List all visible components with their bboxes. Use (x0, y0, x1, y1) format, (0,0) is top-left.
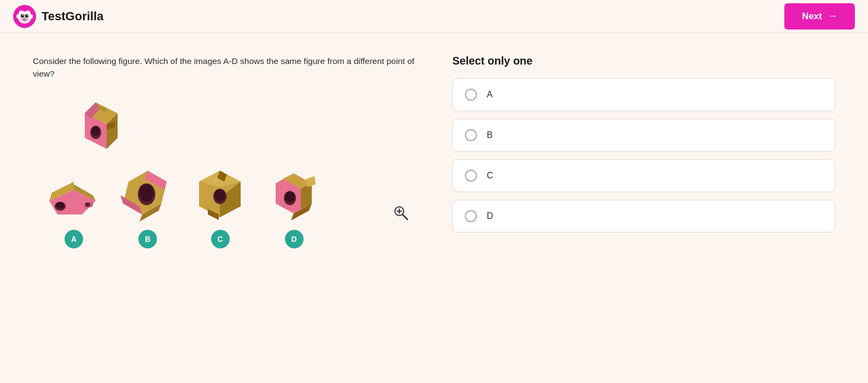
main-shape-svg (66, 97, 126, 157)
svg-point-11 (30, 14, 33, 19)
arrow-right-icon: → (828, 10, 837, 22)
next-button[interactable]: Next → (784, 3, 855, 30)
shape-c-svg (191, 168, 249, 225)
shape-d-svg (265, 168, 323, 225)
answer-figures: A (33, 168, 420, 248)
shape-d (265, 168, 323, 225)
option-d-label: D (487, 211, 493, 221)
header: TestGorilla Next → (0, 0, 868, 33)
option-d[interactable]: D (452, 200, 835, 233)
svg-point-17 (91, 126, 100, 136)
figure-label-d: D (285, 230, 304, 248)
svg-point-5 (21, 14, 24, 18)
main-figure (33, 97, 420, 157)
figure-label-b: B (138, 230, 157, 248)
figure-label-c: C (211, 230, 230, 248)
shape-b (120, 168, 175, 225)
option-c-label: C (487, 171, 493, 181)
shape-c (191, 168, 249, 225)
shape-a (44, 171, 104, 225)
svg-point-6 (25, 14, 28, 18)
right-panel: Select only one A B C D (452, 55, 835, 361)
radio-c[interactable] (465, 170, 477, 182)
svg-point-8 (27, 15, 28, 16)
option-c[interactable]: C (452, 159, 835, 192)
svg-point-45 (285, 192, 295, 202)
zoom-icon[interactable] (393, 205, 409, 224)
question-text: Consider the following figure. Which of … (33, 55, 420, 80)
radio-d[interactable] (465, 210, 477, 222)
option-a[interactable]: A (452, 78, 835, 111)
zoom-in-svg (393, 205, 409, 220)
svg-point-31 (139, 184, 154, 202)
select-label: Select only one (452, 55, 835, 67)
svg-point-10 (16, 14, 20, 19)
option-b-label: B (487, 130, 493, 140)
options-list: A B C D (452, 78, 835, 233)
figure-item-d: D (265, 168, 323, 248)
figure-item-c: C (191, 168, 249, 248)
main-shape-container (66, 97, 126, 157)
logo-text: TestGorilla (42, 9, 103, 24)
main-content: Consider the following figure. Which of … (0, 33, 868, 383)
svg-point-26 (85, 202, 90, 207)
figures-area: A (33, 97, 420, 248)
radio-a[interactable] (465, 89, 477, 101)
shape-b-svg (120, 168, 175, 225)
svg-line-48 (403, 214, 407, 219)
svg-marker-43 (306, 176, 316, 187)
figure-item-b: B (120, 168, 175, 248)
option-b[interactable]: B (452, 119, 835, 152)
figure-item-a: A (44, 171, 104, 248)
option-a-label: A (487, 90, 493, 100)
figure-label-a: A (65, 230, 83, 248)
left-panel: Consider the following figure. Which of … (33, 55, 420, 361)
shape-a-svg (44, 171, 104, 225)
svg-point-24 (56, 202, 65, 208)
logo-area: TestGorilla (13, 5, 103, 28)
next-button-label: Next (802, 11, 822, 22)
svg-point-38 (214, 189, 225, 201)
radio-b[interactable] (465, 129, 477, 141)
svg-point-7 (22, 15, 24, 16)
logo-icon (13, 5, 36, 28)
